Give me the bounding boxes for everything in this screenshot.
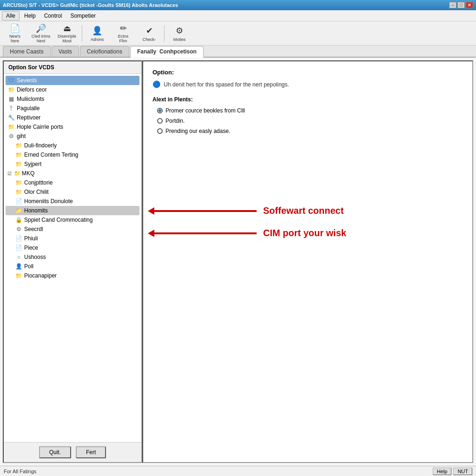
left-panel-buttons: Quit. Fert — [4, 442, 141, 462]
minimize-button[interactable]: ─ — [449, 2, 456, 8]
key-icon: † — [7, 105, 15, 112]
toolbar-new-label: New'shere — [9, 34, 20, 44]
tree-item-ushooss[interactable]: ○ Ushooss — [6, 252, 139, 262]
tab-home-caasts[interactable]: Home Caasts — [3, 46, 51, 57]
folder-icon-8: 📁 — [15, 188, 22, 196]
left-panel-title: Option Sor VCDS — [4, 61, 141, 74]
tree-item-duli-findoerly[interactable]: 📁 Duli-findoerly — [6, 141, 139, 150]
tree-item-conjptttorie[interactable]: 📁 Conjptttorie — [6, 178, 139, 187]
toolbar-modes[interactable]: ⚙ Moties — [167, 23, 192, 44]
close-button[interactable]: ✕ — [466, 2, 473, 8]
title-bar: ARCUSto) S/T - VCDS> GutINlc (ticket -Go… — [0, 0, 476, 10]
file-icon-1: 📄 — [15, 198, 22, 205]
folder-icon-4: 📁 — [15, 151, 22, 159]
quit-button[interactable]: Quit. — [39, 446, 71, 458]
radio-input-2[interactable] — [157, 118, 163, 124]
status-bar: For All Fatings Help NUT — [0, 466, 476, 476]
option-description: 🔵 Uh denit hert for this spased for the … — [152, 80, 463, 88]
tree-item-syjpert[interactable]: 📁 Syjpert — [6, 159, 139, 169]
tree-item-diefors-ceor[interactable]: 📁 Diefors ceor — [6, 85, 139, 94]
toolbar-check-label: Check- — [143, 37, 156, 42]
tree-item-pall[interactable]: 👤 Poll — [6, 262, 139, 271]
circle-icon: ○ — [15, 253, 22, 261]
checkbox-mkq[interactable]: ☑ — [7, 171, 12, 176]
tree-item-piocanapiper[interactable]: 📁 Piocanapiper — [6, 271, 139, 280]
next-icon: 🔎 — [35, 23, 46, 33]
tree-item-sppiet-cand-crommocating[interactable]: 🔒 Sppiet Cand Crommocating — [6, 215, 139, 225]
toolbar-separator-2 — [164, 25, 165, 42]
check-icon: ✔ — [144, 25, 155, 36]
annotation-cim: CIM port your wisk — [148, 228, 346, 238]
tree-item-piece[interactable]: 📄 Piece — [6, 243, 139, 252]
toolbar-advisor[interactable]: 👤 Adrons — [85, 23, 109, 44]
menu-item-alle[interactable]: Alle — [2, 11, 20, 20]
tree-item-muliiclomts[interactable]: ▦ Muliiclomts — [6, 94, 139, 104]
status-nut-button[interactable]: NUT — [453, 468, 472, 475]
tab-celofionations[interactable]: Celofionations — [80, 46, 129, 57]
advisor-icon: 👤 — [92, 25, 103, 36]
tree-item-homeniits-donulote[interactable]: 📄 Homeniits Donulote — [6, 197, 139, 206]
toolbar-next[interactable]: 🔎 Cled trimsNext — [29, 23, 53, 44]
tree-item-phiuli[interactable]: 📄 Phiuli — [6, 234, 139, 243]
modes-icon: ⚙ — [174, 25, 185, 36]
menu-item-help[interactable]: Help — [20, 12, 40, 20]
radio-input-3[interactable] — [157, 128, 163, 134]
arrow-line-2 — [154, 232, 257, 234]
radio-item-1[interactable]: Promer cource beokles from Clll — [157, 107, 463, 114]
toolbar-editflim-label: EctnsFlim — [118, 34, 129, 44]
toolbar-advisor-label: Adrons — [91, 37, 104, 42]
maximize-button[interactable]: □ — [457, 2, 465, 8]
toolbar-new[interactable]: 📄 New'shere — [3, 23, 27, 44]
arrow-line-1 — [154, 210, 257, 212]
tree-item-mkq[interactable]: ☑ 📁 MKQ — [6, 169, 139, 178]
tree-item-reptivoer[interactable]: 🔧 Reptivoer — [6, 113, 139, 122]
arrow-head-left-1 — [148, 207, 154, 215]
tree-container[interactable]: 🛡 Sevents 📁 Diefors ceor ▦ Muliiclomts †… — [4, 74, 141, 442]
folder-icon-7: 📁 — [15, 179, 22, 186]
tree-item-sevents[interactable]: 🛡 Sevents — [6, 76, 139, 85]
tab-fanally-conhpcetison[interactable]: Fanally Conhpcetison — [130, 46, 204, 58]
editflim-icon: ✏ — [118, 23, 129, 33]
folder-icon-2: 📁 — [7, 123, 15, 131]
radio-input-1[interactable] — [157, 108, 163, 113]
tree-item-giht[interactable]: ⚙ giht — [6, 132, 139, 141]
lock-icon: 🔒 — [15, 216, 22, 224]
annotation-text-cim: CIM port your wisk — [263, 228, 346, 238]
gear-icon-2: ⚙ — [15, 225, 22, 233]
tab-vasts[interactable]: Vasts — [52, 46, 79, 57]
tree-item-pagulalle[interactable]: † Pagulalle — [6, 104, 139, 113]
radio-item-3[interactable]: Prending our easly adase. — [157, 128, 463, 134]
left-panel: Option Sor VCDS 🛡 Sevents 📁 Diefors ceor… — [3, 60, 142, 463]
title-controls: ─ □ ✕ — [449, 2, 473, 8]
menu-item-control[interactable]: Control — [40, 12, 66, 20]
tree-item-erned-contem-terting[interactable]: 📁 Erned Contem Terting — [6, 150, 139, 159]
toolbar-disconnect-label: DisenripleMust — [58, 34, 76, 44]
folder-icon-3: 📁 — [15, 142, 22, 149]
option-label: Option: — [152, 69, 463, 76]
radio-label-1: Promer cource beokles from Clll — [165, 107, 245, 114]
tab-bar: Home Caasts Vasts Celofionations Fanally… — [0, 46, 476, 58]
tree-item-hople-cairrie-ports[interactable]: 📁 Hople Cairrie ports — [6, 122, 139, 132]
status-help-button[interactable]: Help — [433, 468, 452, 475]
fert-button[interactable]: Fert — [76, 446, 106, 458]
main-content: Option Sor VCDS 🛡 Sevents 📁 Diefors ceor… — [0, 58, 476, 466]
menu-bar: Alle Help Control Sompetier — [0, 10, 476, 21]
annotation-soffewart: Soffewart connect — [148, 205, 344, 216]
person-icon: 👤 — [15, 263, 22, 270]
toolbar-editflim[interactable]: ✏ EctnsFlim — [111, 23, 135, 44]
disconnect-icon: ⏏ — [61, 23, 73, 33]
folder-icon-9: 📁 — [15, 207, 22, 214]
title-text: ARCUSto) S/T - VCDS> GutINlc (ticket -Go… — [3, 2, 449, 8]
annotation-text-soffewart: Soffewart connect — [263, 205, 344, 216]
toolbar-disconnect[interactable]: ⏏ DisenripleMust — [55, 23, 79, 44]
tree-item-honomits[interactable]: 📁 Honomits — [6, 206, 139, 215]
menu-item-sompetier[interactable]: Sompetier — [66, 12, 99, 20]
radio-label-3: Prending our easly adase. — [165, 128, 230, 134]
tree-item-olor-chilit[interactable]: 📁 Olor Chilit — [6, 187, 139, 197]
tree-item-seecrdl[interactable]: ⚙ Seecrdl — [6, 225, 139, 234]
toolbar-check[interactable]: ✔ Check- — [137, 23, 161, 44]
radio-item-2[interactable]: Portdin. — [157, 118, 463, 124]
grid-icon: ▦ — [7, 95, 15, 103]
file-icon-2: 📄 — [15, 235, 22, 242]
right-panel: Option: 🔵 Uh denit hert for this spased … — [142, 60, 473, 463]
